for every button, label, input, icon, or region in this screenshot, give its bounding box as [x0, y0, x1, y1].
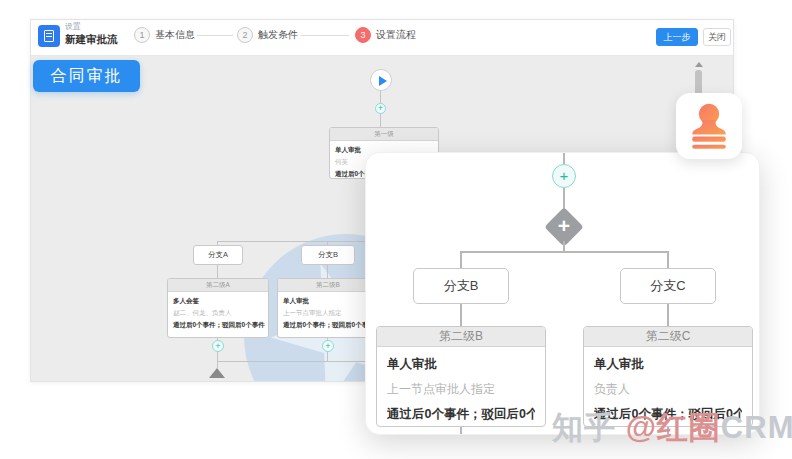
approval-node-level2b[interactable]: 第二级B 单人审批 上一节点审批人指定 通过后0个事件；驳回后0个事件 [277, 278, 379, 338]
node-events: 通过后0个事件；驳回后0个事件 [387, 402, 535, 427]
watermark-site: 知乎 [552, 410, 626, 445]
flow-connector [667, 251, 669, 268]
flow-connector [460, 251, 462, 268]
node-type: 多人会签 [168, 295, 268, 307]
node-title: 第一级 [330, 128, 438, 141]
step-label: 基本信息 [155, 28, 195, 42]
node-assignee: 上一节点审批人指定 [278, 307, 378, 319]
step-set-process[interactable]: 3 设置流程 [355, 27, 416, 43]
scrollbar-up-arrow[interactable] [695, 62, 703, 67]
app-form-icon [38, 25, 60, 47]
flow-connector [460, 427, 462, 435]
add-node-button[interactable]: + [552, 164, 576, 188]
approval-node-level2b-zoomed[interactable]: 第二级B 单人审批 上一节点审批人指定 通过后0个事件；驳回后0个事件 [376, 326, 546, 427]
flow-connector [667, 304, 669, 326]
node-type: 单人审批 [387, 352, 535, 377]
window-titles: 设置 新建审批流 [65, 23, 118, 45]
flow-connector [327, 352, 328, 361]
flow-connector [563, 241, 565, 251]
flow-connector [217, 352, 218, 361]
close-button[interactable]: 关闭 [703, 28, 731, 46]
stamp-icon [687, 102, 731, 150]
node-events: 通过后0个事件；驳回后0个事件 [278, 319, 378, 331]
step-connector [301, 35, 349, 36]
step-connector [197, 35, 233, 36]
watermark-suffix: CRM [721, 410, 792, 445]
branch-split-line [460, 251, 669, 253]
plus-icon: + [550, 213, 578, 241]
watermark-credit: 知乎 @红圈CRM [552, 407, 792, 449]
add-node-button[interactable]: + [212, 340, 224, 352]
step-label: 触发条件 [258, 28, 298, 42]
step-number-badge: 1 [134, 27, 150, 43]
flow-name-label: 合同审批 [33, 60, 140, 92]
step-basic-info[interactable]: 1 基本信息 [134, 27, 195, 43]
add-node-button[interactable]: + [375, 103, 386, 114]
previous-step-button[interactable]: 上一步 [656, 28, 698, 46]
zoomed-flow-panel: + + 分支B 分支C 第二级B 单人审批 上一节点审批人指定 通过后0个事件；… [365, 152, 760, 435]
add-node-button[interactable]: + [322, 340, 334, 352]
step-number-badge: 3 [355, 27, 371, 43]
step-trigger-condition[interactable]: 2 触发条件 [237, 27, 298, 43]
branch-node-c[interactable]: 分支C [620, 268, 716, 304]
node-events: 通过后0个事件；驳回后0个事件 [168, 319, 268, 331]
node-type: 单人审批 [278, 295, 378, 307]
flow-end-marker[interactable] [209, 368, 225, 378]
branch-node-b[interactable]: 分支B [413, 268, 509, 304]
step-label: 设置流程 [376, 28, 416, 42]
branch-node-b[interactable]: 分支B [301, 245, 355, 265]
node-title: 第二级C [584, 327, 752, 347]
flow-start-node[interactable] [370, 69, 392, 91]
window-title: 新建审批流 [65, 34, 118, 45]
flow-connector [380, 114, 381, 127]
flow-connector [563, 153, 565, 164]
window-subtitle: 设置 [65, 23, 118, 31]
flow-connector [460, 304, 462, 326]
flow-connector [217, 361, 218, 368]
window-header: 设置 新建审批流 1 基本信息 2 触发条件 3 设置流程 上一步 关闭 [31, 20, 733, 56]
node-title: 第二级B [377, 327, 545, 347]
node-assignee: 负责人 [594, 377, 742, 402]
node-title: 第二级A [168, 279, 268, 292]
node-type: 单人审批 [594, 352, 742, 377]
screenshot-stage: 设置 新建审批流 1 基本信息 2 触发条件 3 设置流程 上一步 关闭 [0, 0, 792, 459]
node-assignee: 上一节点审批人指定 [387, 377, 535, 402]
approval-node-level2a[interactable]: 第二级A 多人会签 赵二、何龙、负责人 通过后0个事件；驳回后0个事件 [167, 278, 269, 338]
node-assignee: 赵二、何龙、负责人 [168, 307, 268, 319]
flow-connector [217, 265, 218, 278]
stamp-card [676, 93, 742, 159]
step-number-badge: 2 [237, 27, 253, 43]
play-icon [379, 76, 387, 86]
branch-node-a[interactable]: 分支A [193, 245, 243, 265]
node-title: 第二级B [278, 279, 378, 292]
watermark-handle: @红圈 [626, 410, 721, 445]
flow-connector [327, 265, 328, 278]
